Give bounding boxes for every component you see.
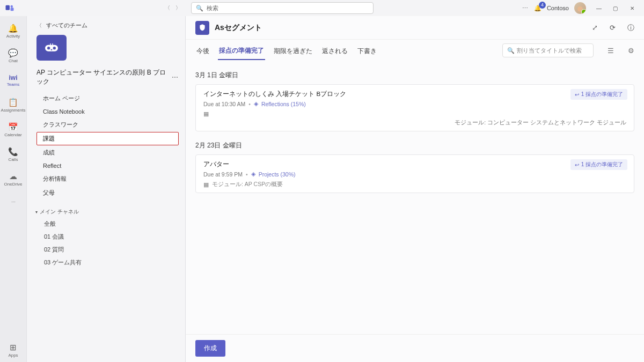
assignments-app-icon — [195, 21, 209, 35]
onedrive-icon: ☁ — [9, 172, 17, 181]
rail-item-onedrive[interactable]: ☁OneDrive — [1, 167, 26, 191]
assignment-card[interactable]: アバターDue at 9:59 PM•◈Projects (30%)1 採点の準… — [195, 154, 634, 193]
more-icon[interactable]: ⋯ — [522, 5, 529, 12]
rail-item-calls[interactable]: 📞Calls — [1, 143, 26, 166]
sidebar-item-ホーム ページ[interactable]: ホーム ページ — [36, 92, 179, 105]
create-footer: 作成 — [186, 334, 644, 362]
channel-01 会議[interactable]: 01 会議 — [36, 231, 179, 243]
svg-point-4 — [47, 47, 50, 49]
teams-logo-icon — [4, 3, 15, 13]
sidebar-item-課題[interactable]: 課題 — [36, 132, 179, 145]
tab-返される[interactable]: 返される — [321, 42, 349, 60]
assignments-icon: 📋 — [8, 98, 18, 107]
titlebar: 〈 〉 🔍 検索 ⋯ 🔔4 Contoso — ▢ ✕ — [0, 0, 644, 16]
date-header: 2月 23日 金曜日 — [195, 141, 634, 150]
maximize-icon[interactable]: ▢ — [608, 5, 623, 11]
svg-rect-8 — [51, 49, 53, 50]
search-placeholder: 検索 — [207, 4, 218, 12]
svg-rect-6 — [50, 43, 50, 46]
svg-rect-3 — [45, 45, 58, 51]
settings-gear-icon[interactable]: ⚙ — [628, 47, 634, 55]
due-text: Due at 10:30 AM — [203, 101, 245, 107]
tag-icon: ◈ — [251, 171, 255, 178]
rubric-icon: ▦ — [203, 110, 209, 117]
tag-icon: ◈ — [254, 100, 258, 107]
svg-point-1 — [11, 5, 13, 8]
nav-forward-icon[interactable]: 〉 — [174, 4, 182, 12]
svg-rect-7 — [52, 43, 53, 46]
due-text: Due at 9:59 PM — [203, 171, 243, 178]
refresh-icon[interactable]: ⟳ — [610, 24, 616, 32]
search-icon: 🔍 — [196, 5, 203, 12]
main-panel: Asセグメント ⤢ ⟳ ⓘ 今後採点の準備完了期限を過ぎた返される下書き 🔍 割… — [186, 16, 644, 362]
apps-icon: ⊞ — [10, 343, 17, 352]
back-label: すべてのチーム — [46, 21, 87, 29]
history-nav: 〈 〉 — [163, 4, 182, 12]
rail-more-icon[interactable]: ⋯ — [1, 192, 26, 211]
rail-item-calendar[interactable]: 📅Calendar — [1, 118, 26, 142]
expand-icon[interactable]: ⤢ — [592, 24, 598, 32]
sidebar-nav: ホーム ページClass Notebookクラスワーク課題成績Reflect分析… — [36, 92, 179, 200]
chevron-left-icon: 〈 — [36, 22, 42, 29]
shield-info-icon[interactable]: ⓘ — [627, 23, 634, 33]
status-pill: 1 採点の準備完了 — [570, 159, 627, 170]
notification-badge: 4 — [539, 2, 546, 9]
chat-icon: 💬 — [8, 48, 18, 58]
sidebar-item-父母[interactable]: 父母 — [36, 186, 179, 200]
tab-下書き[interactable]: 下書き — [356, 42, 378, 60]
close-icon[interactable]: ✕ — [625, 5, 640, 11]
main-header: Asセグメント ⤢ ⟳ ⓘ — [186, 16, 644, 40]
sidebar-item-クラスワーク[interactable]: クラスワーク — [36, 118, 179, 131]
notifications-icon[interactable]: 🔔4 — [534, 5, 541, 12]
assignment-title: インターネットのしくみ 入場チケット Bブロック — [203, 90, 626, 98]
team-sidebar: 〈 すべてのチーム AP コンピューター サイエンスの原則 B ブロック ⋯ ホ… — [27, 16, 186, 362]
svg-point-5 — [53, 47, 56, 49]
channel-02 質問[interactable]: 02 質問 — [36, 243, 179, 256]
assignment-card[interactable]: インターネットのしくみ 入場チケット BブロックDue at 10:30 AM•… — [195, 84, 634, 131]
rubric-icon: ▦ — [203, 181, 209, 188]
team-more-icon[interactable]: ⋯ — [172, 73, 179, 81]
team-avatar-icon[interactable] — [36, 35, 67, 61]
svg-rect-0 — [6, 5, 10, 10]
sidebar-item-Class Notebook[interactable]: Class Notebook — [36, 106, 179, 117]
page-title: Asセグメント — [215, 23, 262, 33]
rail-item-activity[interactable]: 🔔Activity — [1, 19, 26, 43]
sidebar-item-成績[interactable]: 成績 — [36, 146, 179, 159]
window-controls: — ▢ ✕ — [591, 5, 640, 11]
org-name: Contoso — [547, 5, 569, 11]
search-icon: 🔍 — [507, 47, 515, 54]
rail-item-apps[interactable]: ⊞Apps — [1, 338, 26, 362]
svg-rect-2 — [11, 8, 14, 11]
sidebar-item-Reflect[interactable]: Reflect — [36, 160, 179, 172]
status-pill: 1 採点の準備完了 — [570, 89, 627, 100]
nav-back-icon[interactable]: 〈 — [163, 4, 172, 12]
minimize-icon[interactable]: — — [591, 5, 606, 11]
tab-期限を過ぎた[interactable]: 期限を過ぎた — [273, 42, 313, 60]
channel-list: 全般01 会議02 質問03 ゲーム共有 — [36, 218, 179, 269]
teams-icon: iwi — [9, 74, 17, 82]
module-label: モジュール: コンピューター システムとネットワーク モジュール — [203, 119, 626, 127]
date-header: 3月 1日 金曜日 — [195, 71, 634, 80]
back-to-teams[interactable]: 〈 すべてのチーム — [36, 21, 179, 29]
assignment-list: 3月 1日 金曜日インターネットのしくみ 入場チケット BブロックDue at … — [186, 61, 644, 362]
filter-icon[interactable]: ☰ — [608, 47, 614, 55]
team-name: AP コンピューター サイエンスの原則 B ブロック — [36, 68, 172, 86]
activity-icon: 🔔 — [8, 24, 18, 33]
sidebar-item-分析情報[interactable]: 分析情報 — [36, 172, 179, 186]
user-avatar[interactable] — [574, 2, 586, 14]
rail-item-chat[interactable]: 💬Chat — [1, 44, 26, 68]
global-search-input[interactable]: 🔍 検索 — [191, 2, 374, 14]
channel-全般[interactable]: 全般 — [36, 218, 179, 230]
rail-item-assignments[interactable]: 📋Assignments — [1, 93, 26, 117]
assignment-tabs: 今後採点の準備完了期限を過ぎた返される下書き 🔍 割り当てタイトルで検索 ☰ ⚙ — [186, 40, 644, 61]
channel-03 ゲーム共有[interactable]: 03 ゲーム共有 — [36, 256, 179, 269]
calls-icon: 📞 — [8, 147, 18, 157]
channels-section-header[interactable]: メイン チャネル — [35, 208, 179, 216]
tab-今後[interactable]: 今後 — [195, 42, 210, 60]
create-button[interactable]: 作成 — [195, 340, 225, 357]
assignment-search-input[interactable]: 🔍 割り当てタイトルで検索 — [502, 43, 594, 57]
tab-採点の準備完了[interactable]: 採点の準備完了 — [218, 41, 265, 60]
category-tag: Reflections (15%) — [261, 101, 306, 107]
rail-item-teams[interactable]: iwiTeams — [1, 69, 26, 92]
calendar-icon: 📅 — [8, 122, 18, 132]
